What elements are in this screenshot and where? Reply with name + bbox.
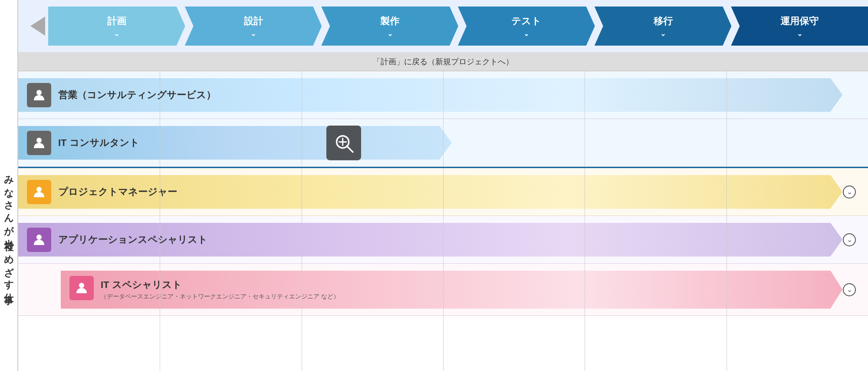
phase-label-6: 運用保守 (780, 15, 819, 28)
pm-person-icon (31, 184, 47, 200)
it-specialist-text: IT スペシャリスト （データベースエンジニア・ネットワークエンジニア・セキュリ… (101, 278, 339, 301)
it-consultant-bar: IT コンサルタント (18, 126, 452, 160)
phase-chevron-4: ⌄ (523, 30, 529, 38)
back-arrow (27, 9, 49, 43)
phase-item-5[interactable]: 移行 ⌄ (595, 7, 732, 46)
pm-chevron[interactable]: ⌄ (843, 186, 856, 199)
role-row-it-specialist: IT スペシャリスト （データベースエンジニア・ネットワークエンジニア・セキュリ… (18, 264, 868, 316)
phase-chevron-5: ⌄ (660, 30, 666, 38)
pm-icon (27, 180, 51, 204)
svg-point-0 (36, 90, 42, 95)
it-specialist-icon (69, 276, 94, 300)
blue-divider (18, 167, 868, 168)
phase-chevron-2: ⌄ (250, 30, 256, 38)
phase-label-5: 移行 (654, 15, 673, 28)
app-person-icon (31, 232, 47, 248)
phase-item-3[interactable]: 製作 ⌄ (321, 7, 458, 46)
phase-item-6[interactable]: 運用保守 ⌄ (731, 7, 868, 46)
role-row-app-specialist: アプリケーションスペシャリスト ⌄ (18, 216, 868, 264)
app-specialist-label: アプリケーションスペシャリスト (58, 233, 207, 246)
phase-label-1: 計画 (107, 15, 126, 28)
it-specialist-label: IT スペシャリスト (101, 278, 339, 292)
it-consultant-label: IT コンサルタント (58, 136, 139, 149)
svg-line-3 (347, 146, 353, 152)
app-specialist-chevron[interactable]: ⌄ (843, 233, 856, 246)
it-specialist-sublabel: （データベースエンジニア・ネットワークエンジニア・セキュリティエンジニア など） (101, 293, 339, 301)
role-row-pm: プロジェクトマネージャー ⌄ (18, 168, 868, 216)
pm-bar: プロジェクトマネージャー (18, 175, 842, 209)
pm-label: プロジェクトマネージャー (58, 186, 177, 199)
phase-chevron-6: ⌄ (797, 30, 802, 38)
svg-point-1 (36, 138, 42, 143)
phases-row: 計画 ⌄ 設計 ⌄ 製作 ⌄ テスト ⌄ 移行 ⌄ (49, 7, 868, 46)
svg-point-8 (79, 283, 84, 288)
phase-item-1[interactable]: 計画 ⌄ (48, 7, 185, 46)
phase-label-3: 製作 (380, 15, 399, 28)
zoom-icon (332, 131, 356, 155)
rows-container: 営業（コンサルティングサービス） IT コンサルタント (18, 71, 868, 371)
phase-item-2[interactable]: 設計 ⌄ (185, 7, 322, 46)
it-specialist-bar: IT スペシャリスト （データベースエンジニア・ネットワークエンジニア・セキュリ… (61, 271, 842, 309)
phase-item-4[interactable]: テスト ⌄ (458, 7, 595, 46)
nav-back-row[interactable]: 「計画」に戻る（新規プロジェクトへ） (18, 52, 868, 71)
nav-back-text: 「計画」に戻る（新規プロジェクトへ） (373, 56, 513, 67)
phase-label-4: テスト (511, 15, 541, 28)
sales-label: 営業（コンサルティングサービス） (58, 89, 216, 102)
main-container: みなさんが当社でめざす仕事 計画 ⌄ 設計 ⌄ 製作 ⌄ (0, 0, 868, 371)
phase-chevron-3: ⌄ (387, 30, 393, 38)
phase-label-2: 設計 (244, 15, 263, 28)
content-area: 計画 ⌄ 設計 ⌄ 製作 ⌄ テスト ⌄ 移行 ⌄ (18, 0, 868, 371)
svg-point-7 (36, 235, 42, 240)
role-row-it-consultant: IT コンサルタント (18, 119, 868, 167)
person-icon-2 (31, 135, 47, 151)
role-row-sales: 営業（コンサルティングサービス） (18, 71, 868, 119)
svg-point-6 (36, 187, 42, 192)
it-spec-person-icon (74, 280, 89, 296)
vertical-label: みなさんが当社でめざす仕事 (0, 0, 18, 371)
sales-icon (27, 83, 51, 107)
it-specialist-chevron[interactable]: ⌄ (843, 283, 856, 296)
sales-bar: 営業（コンサルティングサービス） (18, 78, 842, 112)
app-specialist-icon (27, 228, 51, 252)
phase-header: 計画 ⌄ 設計 ⌄ 製作 ⌄ テスト ⌄ 移行 ⌄ (18, 0, 868, 52)
app-specialist-bar: アプリケーションスペシャリスト (18, 223, 842, 257)
zoom-overlay[interactable] (326, 126, 361, 160)
person-icon (31, 87, 47, 103)
phase-chevron-1: ⌄ (114, 30, 119, 38)
it-consultant-icon (27, 131, 51, 155)
